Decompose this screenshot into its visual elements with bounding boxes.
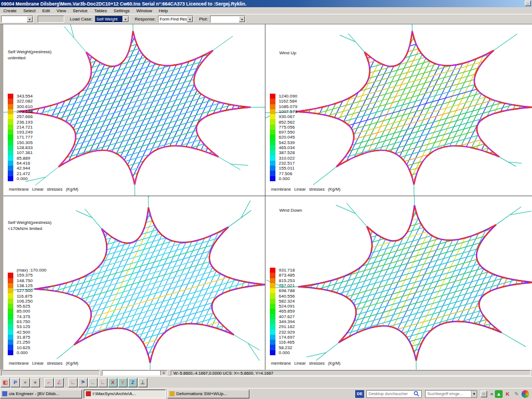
elbow-axis-button[interactable]: ∟ xyxy=(68,378,78,387)
legend-color-chip xyxy=(270,171,275,176)
tray-collapse-icon[interactable]: « xyxy=(490,391,493,397)
axis-pink-button[interactable]: ∠ xyxy=(54,378,64,387)
menu-create[interactable]: Create xyxy=(0,8,20,13)
pen-tray-icon[interactable]: ✎ xyxy=(513,390,520,398)
command-input[interactable] xyxy=(103,371,160,375)
chevron-down-icon[interactable]: ▼ xyxy=(471,391,477,397)
legend-row: 58.232 xyxy=(270,345,295,350)
menu-service[interactable]: Service xyxy=(69,8,91,13)
membrane-mesh-wind-down[interactable] xyxy=(265,196,532,370)
legend-color-chip xyxy=(270,293,275,298)
legend-value: 85.889 xyxy=(17,156,30,161)
legend-value: 77.506 xyxy=(279,171,292,176)
taskbar-app-button[interactable]: cia Engineer - [BV Dilsb... xyxy=(0,390,82,398)
legend-value: 1007.573 xyxy=(279,109,297,114)
language-indicator[interactable]: DE xyxy=(355,390,364,398)
elbow-axis2-button[interactable]: ∟ xyxy=(98,378,108,387)
plot-combo[interactable]: ▼ xyxy=(210,16,245,23)
k-tray-icon[interactable]: K xyxy=(504,390,511,398)
browser-tray-icon[interactable] xyxy=(521,390,529,398)
legend-row: 193.249 xyxy=(8,130,33,135)
legend-color-chip xyxy=(8,114,13,119)
legend-value: 171.777 xyxy=(17,135,33,140)
load-case-combo[interactable]: Self Weight ▼ xyxy=(95,16,129,23)
legend-color-chip xyxy=(8,350,13,355)
legend-color-chip xyxy=(8,293,13,298)
stress-legend: 1240.0901162.5841085.0791007.573930.0678… xyxy=(270,94,297,181)
viewport-wind-down: Wind Down 931.718873.485815.253757.02169… xyxy=(265,196,532,370)
chevron-down-icon[interactable]: ▼ xyxy=(122,16,129,22)
chevron-down-icon[interactable]: ▼ xyxy=(187,16,193,22)
menu-edit[interactable]: Edit xyxy=(39,8,53,13)
app-icon xyxy=(2,391,7,396)
desktop-search-input[interactable] xyxy=(367,391,412,396)
chevron-down-icon[interactable]: ▼ xyxy=(27,16,33,22)
search-term-input[interactable] xyxy=(426,391,471,396)
legend-color-chip xyxy=(8,340,13,345)
menu-window[interactable]: Window xyxy=(133,8,155,13)
legend-color-chip xyxy=(8,104,13,109)
coordinates-readout: W:-5.8600,-4.1667,0.0000 UCS: X=-5.8600,… xyxy=(171,370,531,376)
legend-value: 0.000 xyxy=(279,176,290,181)
menu-view[interactable]: View xyxy=(53,8,69,13)
legend-color-chip xyxy=(270,114,275,119)
minimize-button[interactable]: _ xyxy=(525,1,531,6)
legend-row: 620.045 xyxy=(270,135,297,140)
flag-button[interactable]: ⚑ xyxy=(78,378,88,387)
search-icon[interactable] xyxy=(412,391,421,397)
legend-units-label: membrane Linear stresses (Kg/M) xyxy=(9,361,78,366)
p-node-icon: P xyxy=(13,380,17,385)
taskbar-app-button[interactable]: Deformations SW+WUp... xyxy=(167,390,249,398)
z-axis-button[interactable]: Z xyxy=(128,378,137,387)
menu-help[interactable]: Help xyxy=(155,8,171,13)
legend-value: 931.718 xyxy=(279,268,295,273)
sync-tray-icon[interactable]: ▲ xyxy=(495,390,503,398)
legend-value: 232.929 xyxy=(279,330,295,335)
legend-row: 343.554 xyxy=(8,94,33,99)
legend-row: 214.721 xyxy=(8,125,33,130)
legend-color-chip xyxy=(8,94,13,99)
chevron-down-icon[interactable]: ▼ xyxy=(239,16,245,22)
axis-node-button[interactable]: ⌐ xyxy=(44,378,54,387)
app-icon xyxy=(86,391,91,396)
menu-select[interactable]: Select xyxy=(20,8,39,13)
legend-value: 159.375 xyxy=(17,273,33,278)
legend-color-chip xyxy=(8,324,13,329)
legend-color-chip xyxy=(8,109,13,114)
taskbar-app-button[interactable]: I:\MaxSync\Archiv\A... xyxy=(84,390,166,398)
legend-value: 1162.584 xyxy=(279,99,297,104)
response-combo[interactable]: Form Find Respor ▼ xyxy=(158,16,193,23)
material-button[interactable]: ◧ xyxy=(1,378,10,387)
sphere-shadow-button[interactable]: ● xyxy=(30,378,40,387)
triad-button[interactable]: ⊥ xyxy=(138,378,147,387)
response-label: Response: xyxy=(135,17,156,22)
menu-settings[interactable]: Settings xyxy=(110,8,133,13)
legend-value: 174.697 xyxy=(279,335,295,340)
legend-color-chip xyxy=(270,335,275,340)
legend-value: 387.528 xyxy=(279,150,295,155)
legend-value: 930.067 xyxy=(279,114,295,119)
stress-legend: (max) :170.000159.375148.750138.125127.5… xyxy=(8,268,47,355)
legend-row: 95.625 xyxy=(8,304,47,309)
legend-value: 0.000 xyxy=(279,350,290,355)
sphere-button[interactable]: ● xyxy=(21,378,30,387)
maximize-search-button[interactable]: □ xyxy=(480,391,487,397)
menu-tables[interactable]: Tables xyxy=(91,8,110,13)
legend-row: 852.562 xyxy=(270,119,297,124)
legend-color-chip xyxy=(8,99,13,104)
selection-combo[interactable]: ▼ xyxy=(1,16,33,23)
legend-row: 0.000 xyxy=(8,176,33,181)
leaf-axis-button[interactable]: ∟ xyxy=(88,378,98,387)
legend-value: 465.034 xyxy=(279,145,295,150)
legend-units-label: membrane Linear stresses (Kg/M) xyxy=(271,187,340,192)
y-axis-button[interactable]: Y xyxy=(118,378,127,387)
command-history-icon[interactable]: ≡ xyxy=(160,371,167,375)
x-axis-button[interactable]: X xyxy=(108,378,117,387)
stress-legend: 931.718873.485815.253757.021698.788640.5… xyxy=(270,268,295,355)
legend-color-chip xyxy=(270,278,275,283)
membrane-mesh-wind-up[interactable] xyxy=(265,24,532,196)
legend-row: 349.394 xyxy=(270,319,295,324)
legend-color-chip xyxy=(270,109,275,114)
legend-row: 236.193 xyxy=(8,119,33,124)
p-node-button[interactable]: P xyxy=(11,378,20,387)
